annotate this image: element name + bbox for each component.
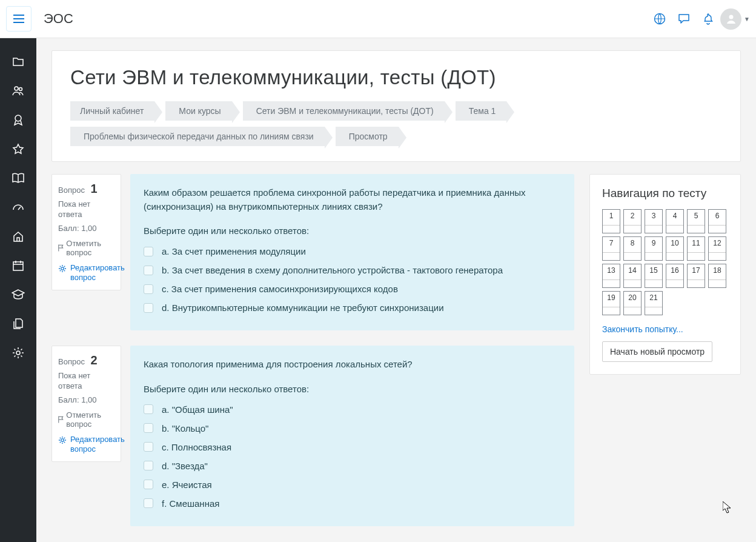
finish-attempt-link[interactable]: Закончить попытку... bbox=[602, 324, 728, 334]
answer-option: e. Ячеистая bbox=[144, 475, 561, 494]
answer-option: a. За счет применения модуляции bbox=[144, 242, 561, 261]
left-rail bbox=[0, 38, 36, 542]
svg-point-7 bbox=[61, 267, 64, 270]
rail-home[interactable] bbox=[0, 222, 36, 251]
question-content: Каким образом решается проблема синхронн… bbox=[130, 174, 574, 330]
nav-question-13[interactable]: 13 bbox=[602, 264, 620, 288]
rail-files[interactable] bbox=[0, 309, 36, 338]
answer-option: b. "Кольцо" bbox=[144, 419, 561, 438]
answer-checkbox[interactable] bbox=[144, 423, 153, 433]
answer-checkbox[interactable] bbox=[144, 461, 153, 470]
breadcrumb-item[interactable]: Тема 1 bbox=[456, 101, 507, 121]
answer-prompt: Выберите один или несколько ответов: bbox=[130, 378, 574, 396]
answer-label: d. Внутрикомпьютерные коммуникации не тр… bbox=[162, 303, 444, 313]
answer-label: c. Полносвязная bbox=[162, 442, 231, 452]
nav-question-2[interactable]: 2 bbox=[623, 209, 642, 233]
answer-option: a. "Общая шина" bbox=[144, 400, 561, 419]
nav-question-11[interactable]: 11 bbox=[687, 236, 705, 261]
answers-list: a. За счет применения модуляцииb. За сче… bbox=[130, 238, 574, 330]
nav-question-15[interactable]: 15 bbox=[645, 264, 663, 288]
nav-question-12[interactable]: 12 bbox=[708, 236, 726, 261]
bell-button[interactable] bbox=[696, 7, 720, 31]
rail-award[interactable] bbox=[0, 105, 36, 135]
chat-icon bbox=[678, 13, 690, 25]
nav-question-19[interactable]: 19 bbox=[602, 291, 620, 315]
answer-checkbox[interactable] bbox=[144, 247, 153, 256]
nav-question-18[interactable]: 18 bbox=[708, 264, 726, 288]
svg-point-4 bbox=[15, 115, 21, 121]
answer-label: b. "Кольцо" bbox=[162, 423, 208, 433]
rail-folder[interactable] bbox=[0, 47, 36, 76]
svg-point-6 bbox=[16, 351, 20, 355]
nav-grid: 123456789101112131415161718192021 bbox=[602, 209, 728, 315]
nav-question-9[interactable]: 9 bbox=[645, 236, 663, 261]
edit-question-link[interactable]: Редактировать вопрос bbox=[58, 263, 114, 283]
question-score: Балл: 1,00 bbox=[58, 224, 114, 234]
question-info: Вопрос 1Пока нет ответаБалл: 1,00Отметит… bbox=[51, 174, 121, 290]
rail-settings[interactable] bbox=[0, 338, 36, 367]
nav-question-20[interactable]: 20 bbox=[623, 291, 642, 315]
page-title: Сети ЭВМ и телекоммуникации, тесты (ДОТ) bbox=[70, 66, 722, 89]
globe-icon bbox=[654, 13, 666, 25]
breadcrumb-item[interactable]: Мои курсы bbox=[165, 101, 231, 121]
page-content: Сети ЭВМ и телекоммуникации, тесты (ДОТ)… bbox=[36, 38, 756, 542]
svg-point-3 bbox=[19, 88, 22, 91]
answer-checkbox[interactable] bbox=[144, 284, 153, 294]
globe-button[interactable] bbox=[648, 7, 672, 31]
rail-users[interactable] bbox=[0, 76, 36, 105]
nav-question-16[interactable]: 16 bbox=[666, 264, 684, 288]
answer-label: b. За счет введения в схему дополнительн… bbox=[162, 265, 503, 275]
breadcrumb-item[interactable]: Просмотр bbox=[336, 127, 399, 146]
user-menu[interactable]: ▼ bbox=[720, 8, 750, 30]
rail-book[interactable] bbox=[0, 164, 36, 193]
rail-graduation[interactable] bbox=[0, 280, 36, 309]
rail-gauge[interactable] bbox=[0, 193, 36, 222]
nav-question-17[interactable]: 17 bbox=[687, 264, 705, 288]
answers-list: a. "Общая шина"b. "Кольцо"c. Полносвязна… bbox=[130, 396, 574, 526]
answer-checkbox[interactable] bbox=[144, 303, 153, 313]
nav-question-14[interactable]: 14 bbox=[623, 264, 642, 288]
chat-button[interactable] bbox=[672, 7, 696, 31]
hamburger-menu-button[interactable] bbox=[6, 6, 31, 32]
answer-checkbox[interactable] bbox=[144, 498, 153, 508]
breadcrumb-item[interactable]: Личный кабинет bbox=[70, 101, 154, 121]
question-number: 1 bbox=[87, 182, 98, 195]
brand-title: ЭОС bbox=[44, 11, 73, 27]
nav-question-1[interactable]: 1 bbox=[602, 209, 620, 233]
header-card: Сети ЭВМ и телекоммуникации, тесты (ДОТ)… bbox=[51, 50, 741, 162]
rail-star[interactable] bbox=[0, 135, 36, 164]
flag-question-link[interactable]: Отметить вопрос bbox=[58, 239, 114, 257]
edit-question-link[interactable]: Редактировать вопрос bbox=[58, 435, 114, 455]
nav-question-21[interactable]: 21 bbox=[645, 291, 663, 315]
nav-question-5[interactable]: 5 bbox=[687, 209, 705, 233]
nav-panel-title: Навигация по тесту bbox=[602, 187, 728, 200]
nav-question-3[interactable]: 3 bbox=[645, 209, 663, 233]
hamburger-icon bbox=[13, 15, 24, 23]
nav-question-6[interactable]: 6 bbox=[708, 209, 726, 233]
quiz-nav-panel: Навигация по тесту 123456789101112131415… bbox=[589, 174, 741, 375]
rail-calendar[interactable] bbox=[0, 251, 36, 280]
answer-checkbox[interactable] bbox=[144, 266, 153, 275]
breadcrumb-item[interactable]: Сети ЭВМ и телекоммуникации, тесты (ДОТ) bbox=[243, 101, 445, 121]
answer-label: e. Ячеистая bbox=[162, 480, 212, 490]
breadcrumb: Личный кабинетМои курсыСети ЭВМ и телеко… bbox=[70, 101, 722, 146]
answer-option: c. Полносвязная bbox=[144, 438, 561, 457]
nav-question-4[interactable]: 4 bbox=[666, 209, 684, 233]
caret-down-icon: ▼ bbox=[744, 16, 750, 22]
answer-checkbox[interactable] bbox=[144, 442, 153, 452]
answer-checkbox[interactable] bbox=[144, 404, 153, 414]
breadcrumb-item[interactable]: Проблемы физической передачи данных по л… bbox=[70, 127, 325, 146]
flag-question-link[interactable]: Отметить вопрос bbox=[58, 410, 114, 429]
topbar: ЭОС ▼ bbox=[0, 0, 756, 38]
nav-question-7[interactable]: 7 bbox=[602, 236, 620, 261]
svg-point-1 bbox=[729, 15, 733, 19]
question-block: Вопрос 2Пока нет ответаБалл: 1,00Отметит… bbox=[51, 346, 574, 526]
answer-label: f. Смешанная bbox=[162, 498, 219, 509]
question-number-label: Вопрос bbox=[58, 186, 85, 195]
question-block: Вопрос 1Пока нет ответаБалл: 1,00Отметит… bbox=[51, 174, 574, 330]
answer-checkbox[interactable] bbox=[144, 480, 153, 489]
new-attempt-button[interactable]: Начать новый просмотр bbox=[602, 341, 712, 362]
nav-question-8[interactable]: 8 bbox=[623, 236, 642, 261]
question-content: Какая топология применима для построения… bbox=[130, 346, 574, 526]
nav-question-10[interactable]: 10 bbox=[666, 236, 684, 261]
